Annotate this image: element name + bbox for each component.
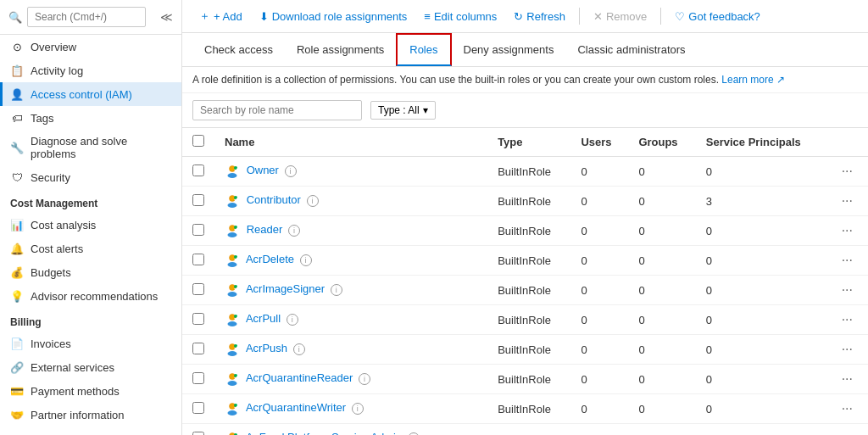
external-services-icon: 🔗: [10, 360, 24, 374]
row-ellipsis-button[interactable]: ···: [837, 251, 858, 270]
tags-icon: 🏷: [10, 111, 24, 125]
row-ellipsis-button[interactable]: ···: [837, 192, 858, 210]
row-service-principals-cell: 0: [696, 216, 826, 246]
row-users-cell: 0: [570, 276, 628, 305]
sidebar-item-activity-log[interactable]: 📋 Activity log: [0, 59, 181, 82]
info-icon[interactable]: i: [300, 254, 312, 266]
sidebar-item-access-control[interactable]: 👤 Access control (IAM): [0, 82, 181, 106]
role-name-link[interactable]: Owner: [247, 164, 279, 176]
sidebar-item-security[interactable]: 🛡 Security: [0, 165, 181, 189]
collapse-button[interactable]: ≪: [160, 10, 173, 24]
row-ellipsis-button[interactable]: ···: [837, 370, 858, 388]
row-type-cell: BuiltInRole: [487, 335, 570, 365]
filter-bar: Type : All ▾: [182, 93, 868, 128]
row-checkbox-cell: [182, 394, 214, 424]
billing-header: Billing: [0, 308, 181, 332]
info-icon[interactable]: i: [331, 284, 342, 296]
col-type[interactable]: Type: [487, 128, 570, 157]
info-icon[interactable]: i: [307, 195, 319, 207]
tab-classic-administrators[interactable]: Classic administrators: [565, 35, 697, 66]
download-button[interactable]: ⬇ Download role assignments: [253, 7, 415, 26]
row-checkbox[interactable]: [192, 224, 204, 236]
table-row: AgFood Platform Service Admin i BuiltInR…: [182, 424, 868, 436]
info-icon[interactable]: i: [287, 314, 298, 326]
info-icon[interactable]: i: [352, 403, 364, 415]
sidebar-item-external-services[interactable]: 🔗 External services: [0, 355, 181, 379]
sidebar-item-payment-methods[interactable]: 💳 Payment methods: [0, 379, 181, 403]
row-actions-cell: ···: [826, 187, 868, 216]
edit-columns-button[interactable]: ≡ Edit columns: [417, 7, 504, 26]
sidebar-item-cost-alerts[interactable]: 🔔 Cost alerts: [0, 237, 181, 260]
row-type-cell: BuiltInRole: [487, 246, 570, 276]
tab-check-access[interactable]: Check access: [192, 35, 285, 66]
refresh-button[interactable]: ↻ Refresh: [507, 7, 572, 26]
feedback-button[interactable]: ♡ Got feedback?: [668, 7, 767, 26]
row-users-cell: 0: [570, 216, 628, 246]
add-button[interactable]: ＋ + Add: [192, 5, 249, 27]
col-name[interactable]: Name: [214, 128, 487, 157]
info-icon[interactable]: i: [285, 165, 297, 177]
row-checkbox[interactable]: [192, 254, 204, 265]
col-groups[interactable]: Groups: [628, 128, 695, 157]
row-ellipsis-button[interactable]: ···: [837, 221, 858, 240]
role-person-icon: [225, 223, 240, 238]
row-type-cell: BuiltInRole: [487, 157, 570, 187]
row-groups-cell: 0: [628, 335, 695, 365]
select-all-checkbox[interactable]: [192, 135, 204, 147]
role-search-input[interactable]: [192, 100, 362, 120]
row-service-principals-cell: 0: [696, 157, 826, 187]
info-icon[interactable]: i: [359, 373, 370, 385]
role-name-link[interactable]: AgFood Platform Service Admin: [246, 431, 402, 435]
sidebar-item-tags[interactable]: 🏷 Tags: [0, 106, 181, 130]
role-name-link[interactable]: AcrQuarantineWriter: [246, 401, 346, 414]
role-name-link[interactable]: AcrPull: [246, 312, 281, 325]
table-row: AcrQuarantineWriter i BuiltInRole 0 0 0 …: [182, 394, 868, 424]
row-ellipsis-button[interactable]: ···: [837, 281, 858, 299]
row-ellipsis-button[interactable]: ···: [837, 429, 858, 435]
col-users[interactable]: Users: [570, 128, 628, 157]
row-actions-cell: ···: [826, 157, 868, 187]
chevron-down-icon: ▾: [423, 104, 428, 116]
info-icon[interactable]: i: [288, 225, 300, 237]
search-icon: 🔍: [8, 10, 22, 24]
row-checkbox[interactable]: [192, 343, 204, 354]
row-service-principals-cell: 0: [696, 424, 826, 436]
tab-deny-assignments[interactable]: Deny assignments: [452, 35, 566, 66]
sidebar-item-invoices[interactable]: 📄 Invoices: [0, 332, 181, 355]
row-checkbox[interactable]: [192, 402, 204, 414]
row-checkbox[interactable]: [192, 165, 204, 176]
learn-more-link[interactable]: Learn more ↗: [721, 74, 785, 86]
remove-button[interactable]: ✕ Remove: [587, 7, 654, 26]
sidebar-item-overview[interactable]: ⊙ Overview: [0, 35, 181, 59]
row-checkbox[interactable]: [192, 283, 204, 295]
row-checkbox[interactable]: [192, 313, 204, 325]
row-ellipsis-button[interactable]: ···: [837, 310, 858, 329]
role-name-link[interactable]: AcrQuarantineReader: [246, 371, 353, 384]
row-checkbox[interactable]: [192, 432, 204, 436]
sidebar-item-advisor-recommendations[interactable]: 💡 Advisor recommendations: [0, 284, 181, 308]
role-name-link[interactable]: AcrPush: [246, 342, 287, 354]
role-name-link[interactable]: AcrImageSigner: [246, 282, 325, 295]
tab-role-assignments[interactable]: Role assignments: [285, 35, 396, 66]
row-ellipsis-button[interactable]: ···: [837, 162, 858, 181]
sidebar-search-input[interactable]: [27, 7, 146, 27]
row-ellipsis-button[interactable]: ···: [837, 399, 858, 418]
type-filter[interactable]: Type : All ▾: [370, 101, 436, 120]
role-name-link[interactable]: Reader: [247, 223, 283, 236]
row-checkbox[interactable]: [192, 372, 204, 384]
sidebar-item-cost-analysis[interactable]: 📊 Cost analysis: [0, 213, 181, 237]
info-icon[interactable]: i: [293, 343, 305, 355]
sidebar-item-diagnose[interactable]: 🔧 Diagnose and solve problems: [0, 130, 181, 165]
role-name-link[interactable]: Contributor: [247, 193, 301, 206]
diagnose-icon: 🔧: [10, 141, 24, 154]
row-users-cell: 0: [570, 394, 628, 424]
sidebar-item-partner-information[interactable]: 🤝 Partner information: [0, 403, 181, 427]
role-name-link[interactable]: AcrDelete: [246, 253, 294, 265]
tab-roles[interactable]: Roles: [396, 33, 451, 66]
col-service-principals[interactable]: Service Principals: [696, 128, 826, 157]
row-name-cell: AcrPush i: [214, 335, 487, 365]
row-ellipsis-button[interactable]: ···: [837, 340, 858, 359]
row-checkbox-cell: [182, 365, 214, 394]
row-checkbox[interactable]: [192, 194, 204, 206]
sidebar-item-budgets[interactable]: 💰 Budgets: [0, 260, 181, 284]
